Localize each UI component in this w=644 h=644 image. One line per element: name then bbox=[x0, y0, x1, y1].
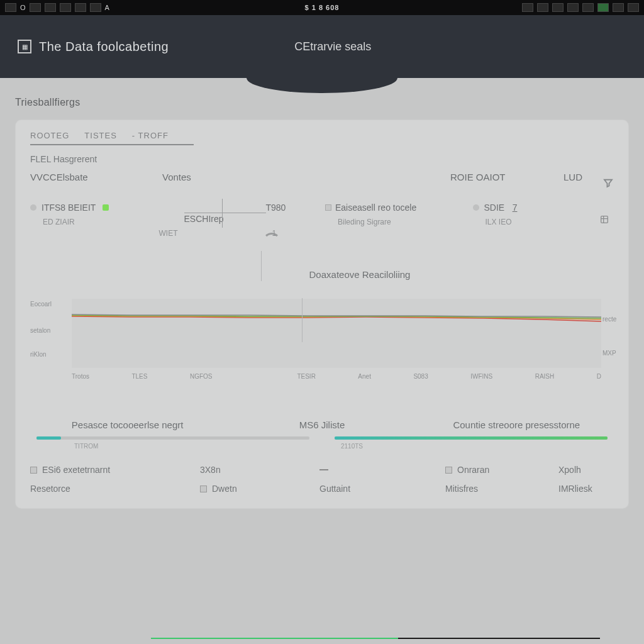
status-icon bbox=[5, 3, 16, 12]
kpi-2-sub: 1 bbox=[272, 229, 319, 238]
filter-row-label: FLEL Hasgrerent bbox=[30, 154, 614, 164]
legend: ESi6 exetetrnarnt 3X8n Onraran Xpolh Res… bbox=[30, 465, 614, 494]
section-title: Triesballfiergs bbox=[15, 97, 629, 108]
col-header-1[interactable]: VVCCElsbate bbox=[30, 172, 162, 182]
legend-item[interactable]: Guttaint bbox=[319, 484, 445, 494]
divider bbox=[302, 298, 303, 342]
tray-icon[interactable] bbox=[597, 3, 609, 12]
filter-icon[interactable] bbox=[602, 177, 614, 191]
kpi-2-label: T980 bbox=[266, 203, 286, 213]
progress-a-label: TITROM bbox=[74, 443, 98, 450]
x-tick: D bbox=[597, 373, 601, 380]
title-bar: ▦ The Data foolcabeting CEtrarvie seals bbox=[0, 15, 644, 78]
app-title: The Data foolcabeting bbox=[39, 40, 169, 54]
dash-icon bbox=[319, 469, 328, 470]
legend-item[interactable]: Onraran bbox=[445, 465, 558, 475]
status-icon bbox=[90, 3, 101, 12]
tray-icon[interactable] bbox=[613, 3, 624, 12]
tab-bar: ROOTEG TISTES - TROFF bbox=[30, 131, 194, 145]
legend-item bbox=[319, 465, 445, 475]
legend-item[interactable]: Mitisfres bbox=[445, 484, 558, 494]
x-tick: IWFINS bbox=[470, 373, 492, 380]
kpi-1: ITFS8 BEIEIT ED ZIAIR bbox=[30, 201, 172, 238]
square-icon bbox=[200, 486, 207, 492]
progress-bar-b[interactable]: 2110TS bbox=[335, 436, 608, 440]
x-tick: Anet bbox=[358, 373, 371, 380]
y-tick: setalon bbox=[30, 327, 50, 334]
legend-item[interactable]: IMRliesk bbox=[558, 484, 640, 494]
x-ticks: Trotos TLES NGFOS TESIR Anet S083 IWFINS… bbox=[72, 373, 601, 380]
x-tick: Trotos bbox=[72, 373, 89, 380]
line-chart: Eocoarl setalon riKlon recte MXP Trotos … bbox=[30, 299, 614, 399]
x-tick: S083 bbox=[413, 373, 428, 380]
progress-bar-a[interactable]: TITROM bbox=[36, 436, 309, 440]
legend-item[interactable]: Resetorce bbox=[30, 484, 200, 494]
tray-icon[interactable] bbox=[537, 3, 548, 12]
kpi-4-sub: ILX IEO bbox=[486, 218, 614, 226]
tray-icon[interactable] bbox=[582, 3, 594, 12]
right-tick: recte bbox=[602, 316, 616, 323]
main-card: ROOTEG TISTES - TROFF FLEL Hasgrerent VV… bbox=[15, 119, 629, 509]
tray-icon[interactable] bbox=[552, 3, 564, 12]
progress-b-label: 2110TS bbox=[341, 443, 363, 450]
tray-icon[interactable] bbox=[628, 3, 639, 12]
status-icon bbox=[75, 3, 86, 12]
tab-troff[interactable]: - TROFF bbox=[132, 131, 169, 140]
kpi-3-sub: Bileding Sigrare bbox=[338, 218, 467, 226]
status-icon bbox=[30, 3, 41, 12]
metric-label-a: Pesasce tocooeerlse negrt bbox=[30, 419, 225, 430]
legend-item[interactable]: Dwetn bbox=[200, 484, 319, 494]
kpi-4-label2: 7 bbox=[513, 203, 518, 213]
y-tick: Eocoarl bbox=[30, 301, 52, 308]
tab-tistes[interactable]: TISTES bbox=[84, 131, 117, 140]
divider bbox=[261, 251, 262, 281]
metric-label-c: Countie streoore presesstorne bbox=[419, 419, 614, 430]
tray-icon[interactable] bbox=[567, 3, 579, 12]
tab-rooteg[interactable]: ROOTEG bbox=[30, 131, 69, 140]
legend-item[interactable]: ESi6 exetetrnarnt bbox=[30, 465, 200, 475]
chart-title: Doaxateove Reaciloliing bbox=[106, 269, 614, 280]
kpi-3: Eaiseasell reo tocele Bileding Sigrare bbox=[325, 201, 467, 238]
status-center-text: $ 1 8 608 bbox=[305, 4, 340, 11]
square-icon bbox=[445, 467, 452, 474]
status-icon bbox=[45, 3, 56, 12]
metric-label-b: MS6 Jiliste bbox=[225, 419, 419, 430]
square-icon bbox=[30, 467, 37, 474]
tray-icon[interactable] bbox=[522, 3, 533, 12]
kpi-1-label: ITFS8 BEIEIT bbox=[42, 203, 96, 213]
bottom-labels: Pesasce tocooeerlse negrt MS6 Jiliste Co… bbox=[30, 419, 614, 430]
footer-progress-bar bbox=[151, 638, 600, 640]
x-tick: RAISH bbox=[535, 373, 555, 380]
col-header-3 bbox=[269, 172, 450, 182]
status-right-badge: A bbox=[105, 4, 109, 11]
app-icon: ▦ bbox=[18, 40, 31, 53]
col-header-2[interactable]: Vontes bbox=[162, 172, 269, 182]
column-headers: VVCCElsbate Vontes ROIE OAIOT LUD bbox=[30, 172, 614, 182]
status-icon bbox=[60, 3, 71, 12]
col-header-4[interactable]: ROIE OAIOT bbox=[450, 172, 564, 182]
page-subtitle: CEtrarvie seals bbox=[294, 40, 371, 53]
x-tick: NGFOS bbox=[190, 373, 213, 380]
legend-item[interactable]: Xpolh bbox=[558, 465, 640, 475]
x-tick: TLES bbox=[131, 373, 147, 380]
y-tick: riKlon bbox=[30, 351, 47, 358]
legend-item[interactable]: 3X8n bbox=[200, 465, 319, 475]
kpi-row: ITFS8 BEIEIT ED ZIAIR T980 ESCHIrep WIET… bbox=[30, 201, 614, 238]
status-left-badge: O bbox=[20, 4, 26, 11]
status-bar: O A $ 1 8 608 bbox=[0, 0, 644, 15]
right-tick: MXP bbox=[602, 350, 616, 357]
status-dot-green-icon bbox=[103, 204, 109, 211]
kpi-4: SDIE 7 ILX IEO bbox=[473, 201, 614, 238]
chart-plot-area: recte MXP bbox=[72, 299, 601, 368]
checkbox-icon[interactable] bbox=[325, 204, 331, 211]
kpi-1-sub: ED ZIAIR bbox=[43, 218, 172, 226]
x-tick: TESIR bbox=[297, 373, 315, 380]
kpi-2: T980 ESCHIrep WIET 1 bbox=[178, 201, 319, 238]
kpi-4-label: SDIE bbox=[484, 203, 505, 213]
kpi-3-label: Eaiseasell reo tocele bbox=[335, 203, 416, 213]
